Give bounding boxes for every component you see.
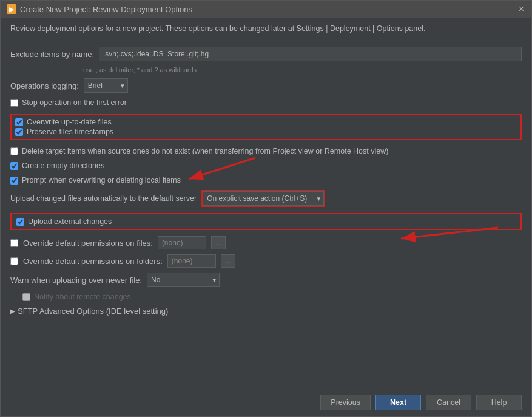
prompt-overwriting-row: Prompt when overwriting or deleting loca… (10, 175, 522, 185)
main-content: Exclude items by name: use ; as delimite… (1, 39, 531, 388)
exclude-input[interactable] (99, 47, 522, 61)
description-text: Review deployment options for a new proj… (10, 24, 425, 33)
preserve-timestamps-checkbox[interactable] (15, 128, 23, 136)
sftp-collapsible-row[interactable]: ▶ SFTP Advanced Options (IDE level setti… (10, 307, 522, 316)
title-bar-left: ▶ Create New Project: Review Deployment … (7, 4, 192, 14)
description-bar: Review deployment options for a new proj… (1, 18, 531, 39)
help-button[interactable]: Help (476, 395, 522, 410)
override-folders-label[interactable]: Override default permissions on folders: (23, 257, 163, 266)
cancel-button[interactable]: Cancel (426, 395, 471, 410)
next-button[interactable]: Next (375, 395, 421, 410)
preserve-timestamps-row: Preserve files timestamps (15, 127, 517, 137)
warn-uploading-select-wrapper: No Yes ▼ (147, 273, 220, 287)
exclude-label: Exclude items by name: (10, 50, 94, 59)
footer: Previous Next Cancel Help (1, 388, 531, 416)
override-files-checkbox[interactable] (10, 239, 18, 247)
overwrite-checkbox[interactable] (15, 118, 23, 126)
upload-external-checkbox[interactable] (16, 218, 24, 226)
create-empty-dirs-label[interactable]: Create empty directories (22, 161, 104, 170)
notify-remote-checkbox[interactable] (22, 293, 30, 301)
sftp-expand-icon: ▶ (10, 308, 15, 314)
warn-uploading-select[interactable]: No Yes (147, 273, 220, 287)
upload-changed-label: Upload changed files automatically to th… (10, 194, 197, 203)
dialog-title: Create New Project: Review Deployment Op… (20, 5, 192, 14)
red-box-overwrite-preserve: Overwrite up-to-date files Preserve file… (10, 114, 522, 140)
overwrite-row: Overwrite up-to-date files (15, 117, 517, 127)
upload-changed-select[interactable]: On explicit save action (Ctrl+S) Always … (203, 191, 324, 206)
override-files-browse-button[interactable]: ... (211, 236, 226, 249)
overwrite-label[interactable]: Overwrite up-to-date files (27, 118, 112, 126)
delete-target-row: Delete target items when source ones do … (10, 146, 522, 156)
override-folders-row: Override default permissions on folders:… (10, 254, 522, 268)
upload-external-row: Upload external changes (16, 217, 516, 226)
stop-operation-row: Stop operation on the first error (10, 98, 522, 107)
previous-button[interactable]: Previous (320, 395, 371, 410)
operations-logging-row: Operations logging: Brief Verbose Debug … (10, 78, 522, 93)
preserve-timestamps-label[interactable]: Preserve files timestamps (27, 127, 113, 136)
red-box-upload-dropdown: On explicit save action (Ctrl+S) Always … (201, 190, 325, 207)
create-empty-dirs-checkbox[interactable] (10, 162, 18, 170)
sftp-label: SFTP Advanced Options (IDE level setting… (18, 307, 168, 316)
warn-uploading-row: Warn when uploading over newer file: No … (10, 273, 522, 287)
prompt-overwriting-checkbox[interactable] (10, 177, 18, 185)
stop-operation-checkbox[interactable] (10, 99, 18, 107)
upload-changed-select-wrapper: On explicit save action (Ctrl+S) Always … (203, 191, 324, 206)
exclude-row: Exclude items by name: (10, 47, 522, 61)
close-button[interactable]: × (517, 4, 525, 14)
notify-remote-row: Notify about remote changes (22, 292, 522, 302)
title-bar: ▶ Create New Project: Review Deployment … (1, 1, 531, 18)
stop-operation-label[interactable]: Stop operation on the first error (22, 98, 127, 107)
notify-remote-label[interactable]: Notify about remote changes (34, 293, 131, 301)
prompt-overwriting-label[interactable]: Prompt when overwriting or deleting loca… (22, 176, 181, 185)
override-files-label[interactable]: Override default permissions on files: (23, 239, 153, 248)
content-area: Exclude items by name: use ; as delimite… (1, 39, 531, 323)
override-files-row: Override default permissions on files: .… (10, 236, 522, 249)
exclude-hint: use ; as delimiter, * and ? as wildcards (83, 66, 522, 73)
override-folders-checkbox[interactable] (10, 257, 18, 265)
upload-changed-row: Upload changed files automatically to th… (10, 190, 522, 207)
upload-external-label[interactable]: Upload external changes (28, 217, 112, 226)
delete-target-checkbox[interactable] (10, 147, 18, 155)
red-box-upload-external: Upload external changes (10, 213, 522, 230)
override-files-input[interactable] (158, 236, 206, 249)
app-icon: ▶ (7, 4, 16, 14)
delete-target-label[interactable]: Delete target items when source ones do … (22, 147, 388, 155)
create-empty-dirs-row: Create empty directories (10, 161, 522, 171)
override-folders-browse-button[interactable]: ... (221, 254, 235, 268)
override-folders-input[interactable] (167, 254, 216, 268)
operations-logging-select[interactable]: Brief Verbose Debug (84, 78, 128, 93)
dialog: ▶ Create New Project: Review Deployment … (0, 0, 532, 417)
warn-uploading-label: Warn when uploading over newer file: (10, 276, 142, 285)
operations-logging-select-wrapper: Brief Verbose Debug ▼ (84, 78, 128, 93)
operations-logging-label: Operations logging: (10, 81, 79, 90)
